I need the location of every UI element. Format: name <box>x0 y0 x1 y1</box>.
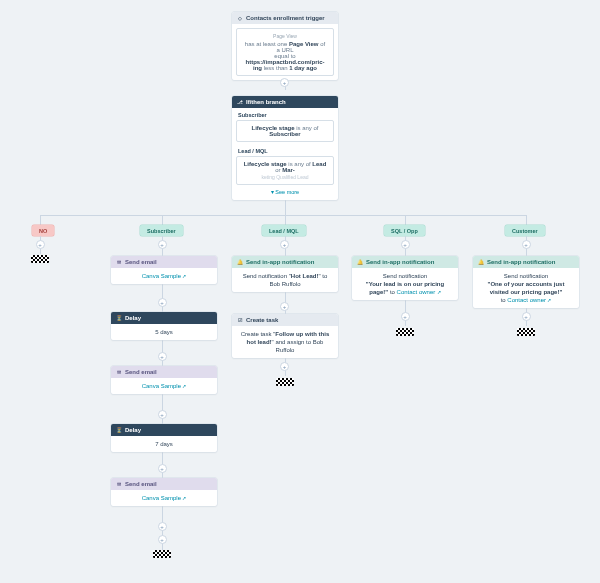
person-icon: ◇ <box>237 15 243 21</box>
add-step-button[interactable]: + <box>158 535 167 544</box>
branch-group-2-rule: Lifecycle stage is any of Lead or Mar- k… <box>236 156 334 185</box>
add-step-button[interactable]: + <box>401 312 410 321</box>
add-step-button[interactable]: + <box>280 302 289 311</box>
add-step-button[interactable]: + <box>158 410 167 419</box>
workflow-canvas: ◇ Contacts enrollment trigger Page View … <box>0 0 600 583</box>
add-step-button[interactable]: + <box>158 522 167 531</box>
task-card[interactable]: ☑ Create task Create task "Follow up wit… <box>232 314 338 358</box>
add-step-button[interactable]: + <box>158 464 167 473</box>
connector <box>40 215 526 216</box>
card-header: 🔔 Send in-app notification <box>473 256 579 268</box>
trigger-header: ◇ Contacts enrollment trigger <box>232 12 338 24</box>
add-step-button[interactable]: + <box>522 240 531 249</box>
workflow-end-icon <box>31 255 49 263</box>
add-step-button[interactable]: + <box>158 352 167 361</box>
card-header: ✉ Send email <box>111 256 217 268</box>
mail-icon: ✉ <box>116 259 122 265</box>
branch-see-more[interactable]: ▾ See more <box>232 187 338 200</box>
branch-group-1-label: Subscriber <box>232 108 338 120</box>
card-desc: Send notification "One of your accounts … <box>473 268 579 308</box>
bell-icon: 🔔 <box>357 259 363 265</box>
card-header: ⏳ Delay <box>111 424 217 436</box>
card-title: Create task <box>246 317 278 323</box>
email-link[interactable]: Canva Sample <box>142 383 187 389</box>
card-title: Send email <box>125 369 157 375</box>
add-step-button[interactable]: + <box>280 78 289 87</box>
branch-title: If/then branch <box>246 99 286 105</box>
trigger-rule: Page View has at least one Page View of … <box>236 28 334 76</box>
send-email-card[interactable]: ✉ Send email Canva Sample <box>111 478 217 506</box>
card-title: Send in-app notification <box>487 259 555 265</box>
branch-pill-no[interactable]: NO <box>32 225 54 236</box>
connector <box>285 215 286 225</box>
email-link[interactable]: Canva Sample <box>142 273 187 279</box>
trigger-rule-label: Page View <box>243 33 327 39</box>
mail-icon: ✉ <box>116 369 122 375</box>
trigger-card[interactable]: ◇ Contacts enrollment trigger Page View … <box>232 12 338 80</box>
workflow-end-icon <box>153 550 171 558</box>
branch-card[interactable]: ⎇ If/then branch Subscriber Lifecycle st… <box>232 96 338 200</box>
add-step-button[interactable]: + <box>280 240 289 249</box>
connector <box>40 215 41 225</box>
email-link[interactable]: Canva Sample <box>142 495 187 501</box>
add-step-button[interactable]: + <box>158 240 167 249</box>
card-desc: Create task "Follow up with this hot lea… <box>232 326 338 358</box>
branch-group-1-rule: Lifecycle stage is any of Subscriber <box>236 120 334 142</box>
connector <box>162 215 163 225</box>
card-title: Delay <box>125 315 141 321</box>
card-header: ✉ Send email <box>111 366 217 378</box>
delay-value: 7 days <box>111 436 217 452</box>
card-desc: Send notification "Hot Lead!" to Bob Ruf… <box>232 268 338 292</box>
card-header: 🔔 Send in-app notification <box>352 256 458 268</box>
notification-card[interactable]: 🔔 Send in-app notification Send notifica… <box>352 256 458 300</box>
delay-card[interactable]: ⏳ Delay 7 days <box>111 424 217 452</box>
card-header: 🔔 Send in-app notification <box>232 256 338 268</box>
card-header: ⏳ Delay <box>111 312 217 324</box>
card-header: ☑ Create task <box>232 314 338 326</box>
add-step-button[interactable]: + <box>522 312 531 321</box>
card-title: Send email <box>125 259 157 265</box>
card-desc: Send notification "Your lead is on our p… <box>352 268 458 300</box>
card-header: ✉ Send email <box>111 478 217 490</box>
add-step-button[interactable]: + <box>158 298 167 307</box>
branch-pill-customer[interactable]: Customer <box>505 225 545 236</box>
card-title: Delay <box>125 427 141 433</box>
branch-pill-subscriber[interactable]: Subscriber <box>140 225 183 236</box>
send-email-card[interactable]: ✉ Send email Canva Sample <box>111 366 217 394</box>
delay-icon: ⏳ <box>116 427 122 433</box>
card-title: Send email <box>125 481 157 487</box>
workflow-end-icon <box>517 328 535 336</box>
send-email-card[interactable]: ✉ Send email Canva Sample <box>111 256 217 284</box>
notification-card[interactable]: 🔔 Send in-app notification Send notifica… <box>473 256 579 308</box>
workflow-end-icon <box>276 378 294 386</box>
owner-link[interactable]: Contact owner <box>397 289 441 295</box>
add-step-button[interactable]: + <box>401 240 410 249</box>
task-icon: ☑ <box>237 317 243 323</box>
add-step-button[interactable]: + <box>280 362 289 371</box>
owner-link[interactable]: Contact owner <box>507 297 551 303</box>
connector <box>526 215 527 225</box>
branch-pill-lead[interactable]: Lead / MQL <box>262 225 306 236</box>
delay-icon: ⏳ <box>116 315 122 321</box>
workflow-end-icon <box>396 328 414 336</box>
mail-icon: ✉ <box>116 481 122 487</box>
branch-pill-sql[interactable]: SQL / Opp <box>384 225 425 236</box>
branch-header: ⎇ If/then branch <box>232 96 338 108</box>
delay-card[interactable]: ⏳ Delay 5 days <box>111 312 217 340</box>
bell-icon: 🔔 <box>478 259 484 265</box>
card-title: Send in-app notification <box>366 259 434 265</box>
branch-group-2-label: Lead / MQL <box>232 144 338 156</box>
card-title: Send in-app notification <box>246 259 314 265</box>
notification-card[interactable]: 🔔 Send in-app notification Send notifica… <box>232 256 338 292</box>
branch-icon: ⎇ <box>237 99 243 105</box>
add-step-button[interactable]: + <box>36 240 45 249</box>
bell-icon: 🔔 <box>237 259 243 265</box>
delay-value: 5 days <box>111 324 217 340</box>
connector <box>405 215 406 225</box>
trigger-title: Contacts enrollment trigger <box>246 15 325 21</box>
